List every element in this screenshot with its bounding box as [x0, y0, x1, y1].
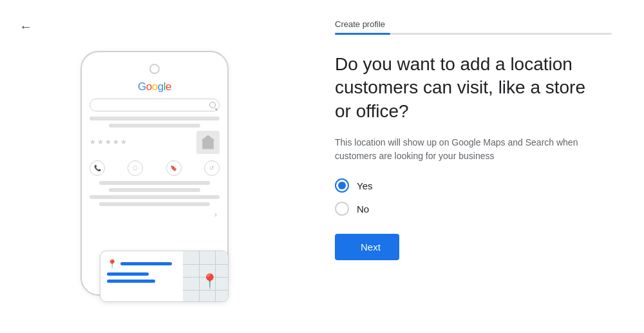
stars-row: ★ ★ ★ ★ ★ [90, 131, 220, 154]
action-icons-row: 📞 ⬡ 🔖 ↺ [90, 160, 220, 176]
map-card: 📍 📍 [100, 251, 229, 302]
main-question: Do you want to add a location customers … [335, 53, 605, 123]
search-icon [209, 102, 216, 108]
star-rating: ★ ★ ★ ★ ★ [90, 138, 127, 146]
map-h-line-1 [183, 264, 228, 265]
radio-yes-inner [338, 182, 346, 189]
back-button[interactable]: ← [19, 19, 32, 34]
card-map: 📍 [183, 251, 228, 301]
chevron-right-icon: › [214, 209, 217, 219]
next-button[interactable]: Next [335, 234, 399, 260]
option-no[interactable]: No [335, 202, 612, 216]
star-1: ★ [90, 138, 96, 146]
bookmark-icon: 🔖 [166, 160, 182, 176]
card-info: 📍 [100, 251, 183, 301]
content-line-6 [99, 202, 210, 206]
progress-bar-container [335, 33, 612, 35]
phone-icon: 📞 [90, 160, 105, 176]
map-h-line-3 [183, 290, 228, 290]
content-line-3 [99, 181, 210, 185]
location-pin-icon: 📍 [107, 259, 117, 269]
radio-group: Yes No [335, 178, 612, 216]
map-v-line-1 [199, 251, 200, 301]
star-2: ★ [97, 138, 104, 146]
directions-icon: ⬡ [128, 160, 143, 176]
store-shape [201, 135, 215, 149]
card-text-line-1 [120, 262, 172, 265]
content-line-2 [109, 124, 200, 128]
radio-yes-label: Yes [357, 180, 372, 191]
radio-no-label: No [357, 204, 369, 214]
search-bar [90, 99, 220, 111]
store-icon [196, 131, 220, 154]
star-4: ★ [113, 138, 119, 146]
card-location-row: 📍 [107, 259, 176, 269]
content-line-1 [90, 117, 220, 120]
right-panel: Create profile Do you want to add a loca… [309, 0, 644, 333]
radio-yes-outer[interactable] [335, 178, 349, 193]
card-text-line-2 [107, 272, 149, 276]
star-5: ★ [120, 138, 127, 146]
progress-header: Create profile [335, 19, 612, 35]
content-line-4 [109, 188, 200, 192]
phone-camera [149, 64, 160, 74]
google-logo: Google [138, 81, 171, 93]
card-text-line-3 [107, 280, 155, 283]
star-3: ★ [105, 138, 111, 146]
progress-bar-fill [335, 33, 390, 35]
radio-no-outer[interactable] [335, 202, 349, 216]
content-line-5 [90, 195, 220, 199]
left-panel: ← Google ★ ★ ★ ★ ★ [0, 0, 309, 333]
map-pin-icon: 📍 [201, 273, 218, 290]
share-icon: ↺ [204, 160, 220, 176]
option-yes[interactable]: Yes [335, 178, 612, 193]
progress-label: Create profile [335, 19, 612, 29]
description-text: This location will show up on Google Map… [335, 136, 586, 163]
